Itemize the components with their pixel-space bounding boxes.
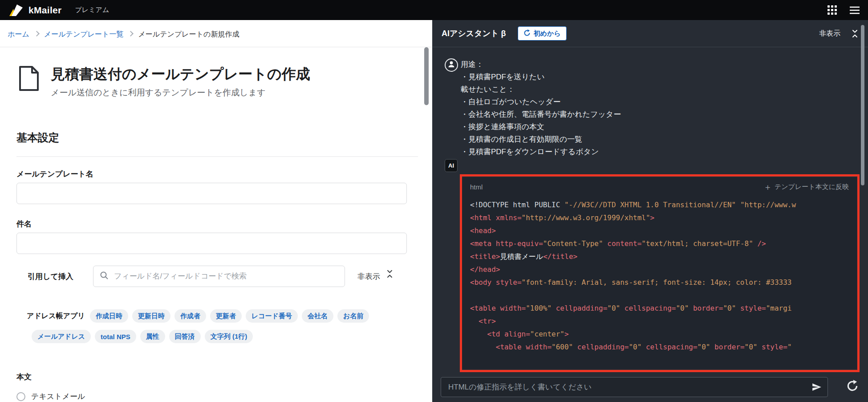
hamburger-icon[interactable] (849, 6, 860, 14)
user-message-line: ・見積書の作成日と有効期限の一覧 (461, 133, 621, 146)
regenerate-icon[interactable] (846, 380, 859, 392)
code-line: <head> (470, 224, 857, 237)
field-chip[interactable]: total NPS (95, 330, 136, 343)
ai-assistant-panel: AIアシスタント β 初めから 非表示 (432, 20, 868, 402)
user-message-line: 用途： (461, 58, 621, 71)
user-message-line: ・見積書PDFをダウンロードするボタン (461, 146, 621, 158)
user-message-line: ・自社ロゴがついたヘッダー (461, 96, 621, 108)
code-line: <body style="font-family: Arial, sans-se… (470, 276, 857, 289)
field-chips-row2: メールアドレスtotal NPS属性回答済文字列 (1行) (32, 330, 253, 343)
assistant-scrollbar-thumb[interactable] (861, 25, 864, 185)
apps-grid-icon[interactable] (827, 5, 837, 15)
code-line: <table width="100%" cellpadding="0" cell… (470, 302, 857, 315)
code-line: <title>見積書メール</title> (470, 250, 857, 263)
field-chip[interactable]: 属性 (140, 330, 165, 343)
code-line: </head> (470, 263, 857, 276)
breadcrumb-item[interactable]: ホーム (8, 30, 44, 39)
screen: kMailer プレミアム ホームメールテンプレート一覧メールテンプレートの新規… (0, 0, 868, 402)
code-line: <!DOCTYPE html PUBLIC "-//W3C//DTD XHTML… (470, 198, 857, 211)
search-icon (100, 271, 109, 282)
field-chip[interactable]: 作成日時 (90, 309, 128, 323)
plan-label: プレミアム (75, 6, 109, 14)
code-line: <tr> (470, 315, 857, 328)
subject-input[interactable] (16, 233, 407, 254)
body-type-option-text[interactable]: テキストメール (16, 391, 85, 402)
document-icon (18, 66, 40, 93)
field-chip[interactable]: メールアドレス (32, 330, 91, 343)
left-panel-scrollbar-thumb[interactable] (424, 47, 429, 105)
basic-settings-heading: 基本設定 (16, 131, 59, 145)
code-content: <!DOCTYPE html PUBLIC "-//W3C//DTD XHTML… (462, 198, 857, 353)
field-chip[interactable]: 更新者 (210, 309, 242, 323)
hide-assistant-label[interactable]: 非表示 (819, 29, 840, 38)
subject-label: 件名 (16, 219, 32, 229)
collapse-assistant-icon[interactable] (851, 29, 859, 38)
user-message-line: 載せたいこと： (461, 83, 621, 96)
composer (441, 377, 828, 397)
breadcrumb-item[interactable]: メールテンプレート一覧 (44, 30, 138, 39)
restart-icon (523, 29, 531, 38)
field-chip[interactable]: 文字列 (1行) (205, 330, 253, 343)
assistant-header-divider (432, 47, 868, 47)
ai-assistant-title: AIアシスタント β (442, 28, 506, 39)
apply-to-template-button[interactable]: ＋ テンプレート本文に反映 (763, 183, 849, 191)
template-name-label: メールテンプレート名 (16, 169, 93, 179)
field-chip[interactable]: レコード番号 (246, 309, 298, 323)
template-editor-panel: ホームメールテンプレート一覧メールテンプレートの新規作成 見積書送付のメールテン… (0, 20, 432, 402)
radio-icon[interactable] (16, 392, 25, 401)
field-chip[interactable]: お名前 (337, 309, 369, 323)
code-line: <td align="center"> (470, 328, 857, 340)
page-title: 見積書送付のメールテンプレートの作成 (51, 66, 310, 82)
page-subtitle: メール送信のときに利用するテンプレートを作成します (51, 87, 310, 98)
hide-fields-label: 非表示 (357, 271, 380, 282)
kmailer-logo-icon[interactable] (8, 3, 24, 17)
ai-code-block[interactable]: html ＋ テンプレート本文に反映 <!DOCTYPE html PUBLIC… (462, 177, 857, 369)
template-name-input[interactable] (16, 183, 407, 204)
user-message-line: ・挨拶と連絡事項の本文 (461, 121, 621, 133)
field-chip[interactable]: 更新日時 (132, 309, 170, 323)
ai-badge: AI (445, 159, 458, 172)
field-search-box[interactable] (93, 266, 345, 287)
apply-to-template-label: テンプレート本文に反映 (775, 183, 849, 191)
code-line: <meta http-equiv="Content-Type" content=… (470, 237, 857, 250)
breadcrumb: ホームメールテンプレート一覧メールテンプレートの新規作成 (8, 30, 239, 39)
radio-label: テキストメール (31, 391, 85, 402)
ai-assistant-header: AIアシスタント β 初めから 非表示 (432, 20, 868, 47)
brand-title: kMailer (28, 5, 61, 16)
user-avatar (445, 58, 458, 72)
field-chip[interactable]: 回答済 (169, 330, 201, 343)
field-chip[interactable]: 会社名 (302, 309, 333, 323)
restart-button[interactable]: 初めから (518, 26, 567, 41)
breadcrumb-item: メールテンプレートの新規作成 (138, 30, 239, 39)
page-header: 見積書送付のメールテンプレートの作成 メール送信のときに利用するテンプレートを作… (18, 66, 310, 98)
breadcrumb-divider (0, 47, 432, 47)
code-line (470, 289, 857, 302)
field-search-input[interactable] (113, 271, 338, 281)
code-line: <html xmlns="http://www.w3.org/1999/xhtm… (470, 211, 857, 224)
collapse-fields-icon[interactable] (386, 270, 393, 280)
user-message-line: ・見積書PDFを送りたい (461, 71, 621, 83)
code-block-header: html ＋ テンプレート本文に反映 (462, 177, 857, 191)
section-divider (16, 156, 418, 157)
send-icon[interactable] (811, 381, 822, 393)
address-book-label: アドレス帳アプリ (27, 312, 85, 321)
user-message-text: 用途：・見積書PDFを送りたい載せたいこと：・自社ロゴがついたヘッダー・会社名や… (461, 58, 621, 158)
plus-icon: ＋ (763, 183, 772, 191)
body-section-label: 本文 (16, 372, 32, 382)
field-chips-row1: 作成日時更新日時作成者更新者レコード番号会社名お名前 (90, 309, 369, 323)
field-chip[interactable]: 作成者 (174, 309, 206, 323)
topbar: kMailer プレミアム (0, 0, 868, 20)
user-message-line: ・会社名や住所、電話番号が書かれたフッター (461, 108, 621, 121)
person-icon (447, 60, 455, 70)
revision-instruction-input[interactable] (447, 382, 807, 392)
code-language-label: html (470, 183, 483, 191)
quote-insert-label: 引用して挿入 (28, 271, 73, 282)
restart-button-label: 初めから (534, 29, 561, 38)
code-line: <table width="600" cellpadding="0" cells… (470, 340, 857, 353)
